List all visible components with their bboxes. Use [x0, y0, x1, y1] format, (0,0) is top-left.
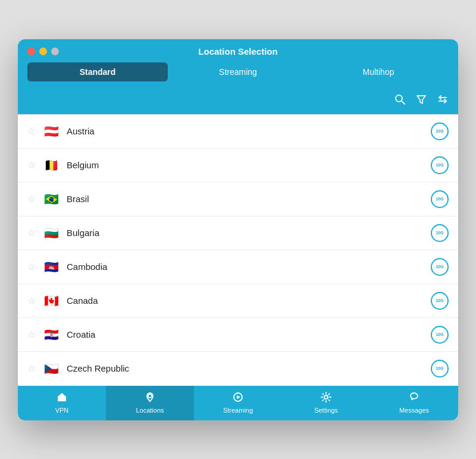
speed-badge-bulgaria: 10G [431, 224, 449, 242]
flag-czech-republic: 🇨🇿 [43, 362, 60, 375]
svg-marker-2 [417, 96, 425, 103]
nav-locations-label: Locations [136, 407, 164, 414]
star-austria[interactable]: ☆ [27, 125, 36, 137]
location-row[interactable]: ☆ 🇨🇿 Czech Republic 10G [18, 352, 458, 386]
maximize-button[interactable] [51, 48, 59, 55]
svg-point-6 [148, 394, 152, 398]
title-bar: Location Selection [18, 39, 458, 62]
nav-messages-label: Messages [399, 407, 429, 414]
nav-settings[interactable]: Settings [282, 386, 370, 420]
location-row[interactable]: ☆ 🇧🇷 Brasil 10G [18, 183, 458, 216]
speed-badge-austria: 10G [431, 122, 449, 140]
location-name-canada: Canada [67, 295, 431, 306]
flag-bulgaria: 🇧🇬 [43, 227, 60, 240]
bottom-nav: VPN Locations Streaming [18, 386, 458, 420]
flag-belgium: 🇧🇪 [43, 159, 60, 172]
flag-canada: 🇨🇦 [43, 294, 60, 307]
locations-list: ☆ 🇦🇹 Austria 10G ☆ 🇧🇪 Belgium 10G ☆ 🇧🇷 B… [18, 115, 458, 386]
close-button[interactable] [27, 48, 35, 55]
tab-streaming[interactable]: Streaming [168, 62, 308, 81]
svg-marker-8 [237, 395, 240, 399]
location-name-bulgaria: Bulgaria [67, 228, 431, 238]
location-row[interactable]: ☆ 🇰🇭 Cambodia 10G [18, 250, 458, 284]
flag-croatia: 🇭🇷 [43, 328, 60, 341]
speed-badge-belgium: 10G [431, 156, 449, 174]
window-title: Location Selection [27, 46, 449, 56]
tab-standard[interactable]: Standard [27, 62, 168, 81]
nav-settings-label: Settings [314, 407, 338, 414]
star-croatia[interactable]: ☆ [27, 329, 36, 340]
vpn-icon [57, 392, 67, 405]
messages-icon [409, 392, 419, 405]
location-row[interactable]: ☆ 🇧🇬 Bulgaria 10G [18, 216, 458, 250]
settings-icon [321, 392, 331, 405]
filter-icon[interactable] [415, 93, 427, 108]
star-canada[interactable]: ☆ [27, 295, 36, 306]
svg-point-9 [324, 395, 328, 399]
main-window: Location Selection Standard Streaming Mu… [18, 39, 458, 420]
traffic-lights [27, 48, 59, 55]
nav-locations[interactable]: Locations [106, 386, 194, 420]
speed-badge-canada: 10G [431, 292, 449, 310]
locations-icon [145, 392, 155, 405]
flag-austria: 🇦🇹 [43, 125, 60, 138]
flag-brasil: 🇧🇷 [43, 193, 60, 206]
star-cambodia[interactable]: ☆ [27, 261, 36, 272]
star-brasil[interactable]: ☆ [27, 193, 36, 205]
speed-badge-czech-republic: 10G [431, 360, 449, 378]
star-bulgaria[interactable]: ☆ [27, 227, 36, 238]
tab-bar: Standard Streaming Multihop [18, 62, 458, 89]
nav-streaming-label: Streaming [223, 407, 253, 414]
star-belgium[interactable]: ☆ [27, 159, 36, 171]
nav-vpn-label: VPN [55, 407, 69, 414]
location-row[interactable]: ☆ 🇨🇦 Canada 10G [18, 284, 458, 318]
location-name-czech-republic: Czech Republic [67, 363, 431, 373]
flag-cambodia: 🇰🇭 [43, 260, 60, 273]
svg-line-1 [402, 101, 405, 104]
nav-messages[interactable]: Messages [370, 386, 458, 420]
location-name-cambodia: Cambodia [67, 262, 431, 272]
nav-streaming[interactable]: Streaming [194, 386, 282, 420]
star-czech-republic[interactable]: ☆ [27, 363, 36, 374]
toolbar [18, 89, 458, 115]
speed-badge-croatia: 10G [431, 326, 449, 344]
svg-marker-5 [58, 393, 66, 401]
speed-badge-cambodia: 10G [431, 258, 449, 276]
location-name-belgium: Belgium [67, 160, 431, 170]
location-name-croatia: Croatia [67, 329, 431, 339]
location-row[interactable]: ☆ 🇦🇹 Austria 10G [18, 115, 458, 149]
speed-badge-brasil: 10G [431, 190, 449, 208]
minimize-button[interactable] [39, 48, 47, 55]
sort-icon[interactable] [437, 93, 449, 108]
location-row[interactable]: ☆ 🇭🇷 Croatia 10G [18, 318, 458, 352]
nav-vpn[interactable]: VPN [18, 386, 106, 420]
search-icon[interactable] [394, 93, 406, 108]
tab-multihop[interactable]: Multihop [308, 62, 449, 81]
streaming-icon [233, 392, 243, 405]
location-name-austria: Austria [67, 126, 431, 136]
location-row[interactable]: ☆ 🇧🇪 Belgium 10G [18, 149, 458, 183]
location-name-brasil: Brasil [67, 194, 431, 204]
